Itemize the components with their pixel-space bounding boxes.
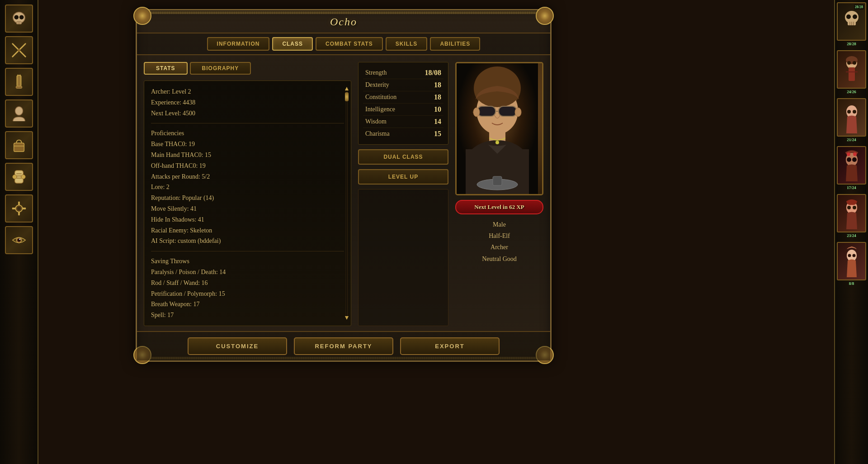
sidebar-icon-portrait[interactable]: [5, 99, 33, 128]
sidebar-icon-scroll[interactable]: [5, 163, 33, 191]
sidebar-icon-eye[interactable]: [5, 226, 33, 254]
divider-1: [151, 123, 344, 123]
character-portrait-frame: [455, 62, 543, 195]
customize-button[interactable]: CUSTOMIZE: [188, 337, 287, 355]
char-race: Half-Elf: [455, 230, 543, 241]
corner-decoration-tr: [536, 7, 554, 25]
party-member-3[interactable]: 21/24: [837, 98, 866, 143]
party-member-1[interactable]: 28/28 28/28: [837, 2, 866, 47]
offhand-thac0: Off-hand THAC0: 19: [151, 161, 344, 171]
scroll-thumb[interactable]: [345, 92, 349, 101]
left-sidebar: [0, 0, 38, 464]
scroll-track: [346, 88, 348, 319]
svg-point-14: [15, 107, 23, 115]
char-gender: Male: [455, 219, 543, 230]
spell-save: Spell: 17: [151, 310, 344, 321]
svg-rect-76: [493, 176, 502, 185]
char-class-short: Archer: [455, 241, 543, 253]
attacks-per-round: Attacks per Round: 5/2: [151, 171, 344, 182]
attr-row-wisdom: Wisdom 14: [363, 116, 443, 128]
attr-value-wisdom: 14: [419, 118, 441, 126]
attr-value-intelligence: 10: [419, 105, 441, 114]
svg-point-41: [847, 61, 851, 65]
sidebar-icon-gear[interactable]: [5, 194, 33, 223]
svg-point-31: [19, 239, 20, 240]
tab-information[interactable]: INFORMATION: [207, 37, 270, 51]
reform-party-button[interactable]: REFORM PARTY: [294, 337, 393, 355]
sidebar-icon-quiver[interactable]: [5, 68, 33, 96]
middle-attributes-panel: Strength 18/08 Dexterity 18 Constitution…: [358, 62, 448, 326]
sidebar-icon-crossed-swords[interactable]: [5, 36, 33, 64]
character-info: Male Half-Elf Archer Neutral Good: [455, 219, 543, 265]
svg-point-72: [473, 108, 480, 117]
character-name-title: Ocho: [330, 16, 357, 28]
svg-rect-13: [16, 86, 22, 89]
attr-value-constitution: 18: [419, 93, 441, 101]
party-member-5[interactable]: 23/24: [837, 194, 866, 239]
tab-abilities[interactable]: ABILITIES: [430, 37, 480, 51]
svg-point-54: [847, 206, 851, 209]
attr-name-dexterity: Dexterity: [365, 81, 389, 89]
move-silently: Move Silently: 41: [151, 204, 344, 214]
svg-point-33: [846, 14, 851, 19]
svg-point-34: [853, 14, 857, 19]
attr-value-charisma: 15: [419, 130, 441, 138]
petrification-save: Petrification / Polymorph: 15: [151, 289, 344, 299]
svg-point-18: [12, 175, 17, 179]
svg-rect-25: [18, 202, 20, 205]
attr-name-charisma: Charisma: [365, 130, 390, 137]
tab-combat-stats[interactable]: COMBAT STATS: [316, 37, 383, 51]
attr-row-dexterity: Dexterity 18: [363, 79, 443, 91]
party-member-6[interactable]: 8/8: [837, 242, 866, 287]
attr-value-strength: 18/08: [419, 69, 441, 77]
next-level: Next Level: 4500: [151, 108, 344, 119]
dual-class-button[interactable]: DUAL CLASS: [358, 149, 448, 165]
svg-point-42: [853, 61, 856, 65]
attr-row-constitution: Constitution 18: [363, 91, 443, 104]
export-button[interactable]: EXPORT: [400, 337, 500, 355]
svg-point-52: [853, 152, 857, 156]
paralysis-save: Paralysis / Poison / Death: 14: [151, 267, 344, 278]
svg-point-74: [495, 141, 499, 144]
level-up-button[interactable]: LEVEL UP: [358, 169, 448, 185]
svg-point-47: [853, 110, 856, 114]
sub-tab-stats[interactable]: STATS: [144, 62, 188, 75]
main-tab-bar: INFORMATION CLASS COMBAT STATS SKILLS AB…: [137, 33, 550, 55]
party-hp-display-5: 23/24: [837, 233, 866, 238]
party-hp-display-4: 17/24: [837, 185, 866, 190]
experience: Experience: 4438: [151, 97, 344, 108]
svg-rect-3: [16, 22, 21, 24]
saving-throws-label: Saving Throws: [151, 256, 344, 267]
svg-point-8: [18, 49, 20, 52]
corner-decoration-tl: [133, 7, 151, 25]
svg-rect-26: [18, 212, 20, 216]
attr-name-wisdom: Wisdom: [365, 118, 387, 125]
right-sidebar-party: 28/28 28/28 24/26: [834, 0, 868, 464]
sub-tab-biography[interactable]: BIOGRAPHY: [190, 62, 251, 75]
left-panel: STATS BIOGRAPHY Archer: Level 2 Experien…: [144, 62, 351, 326]
attr-row-strength: Strength 18/08: [363, 67, 443, 79]
party-hp-display-2: 24/26: [837, 90, 866, 94]
next-level-badge: Next Level in 62 XP: [455, 200, 543, 214]
svg-rect-27: [12, 208, 15, 209]
party-hp-display-3: 21/24: [837, 137, 866, 142]
svg-point-73: [515, 108, 521, 117]
svg-rect-15: [14, 143, 24, 152]
attributes-box: Strength 18/08 Dexterity 18 Constitution…: [358, 62, 448, 145]
attr-value-dexterity: 18: [419, 81, 441, 89]
main-hand-thac0: Main Hand THAC0: 15: [151, 150, 344, 161]
vertical-scrollbar[interactable]: [345, 88, 348, 319]
tab-skills[interactable]: SKILLS: [386, 37, 428, 51]
attr-name-constitution: Constitution: [365, 94, 396, 101]
sidebar-icon-bag[interactable]: [5, 131, 33, 159]
party-hp-display-1: 28/28: [837, 42, 866, 46]
attr-row-charisma: Charisma 15: [363, 128, 443, 140]
tab-class[interactable]: CLASS: [272, 37, 313, 51]
attr-row-intelligence: Intelligence 10: [363, 104, 443, 116]
sidebar-icon-skull[interactable]: [5, 5, 33, 33]
party-member-4[interactable]: 17/24: [837, 146, 866, 191]
attr-name-intelligence: Intelligence: [365, 106, 395, 113]
party-hp-display-6: 8/8: [837, 281, 866, 286]
party-member-2[interactable]: 24/26: [837, 50, 866, 95]
svg-rect-43: [849, 67, 855, 81]
